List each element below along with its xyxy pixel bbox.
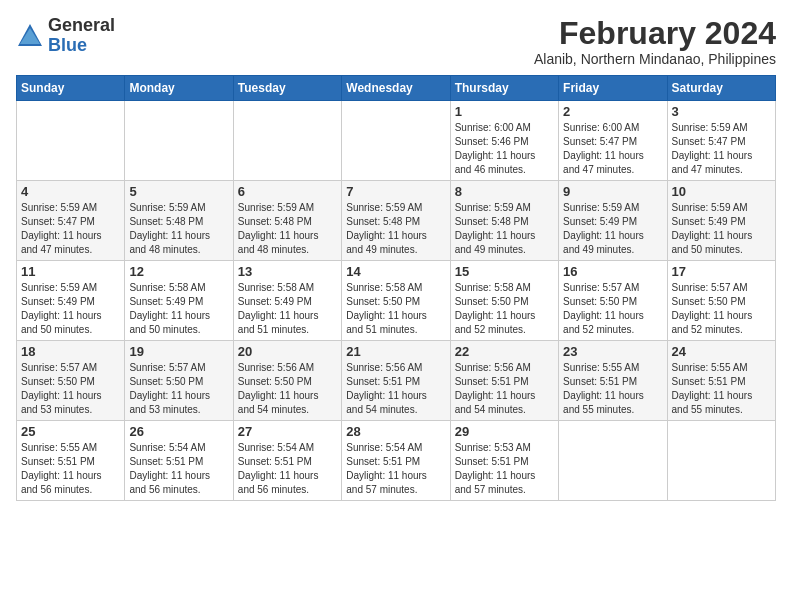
cell-w4d6 — [667, 421, 775, 501]
cell-w2d5: 16Sunrise: 5:57 AM Sunset: 5:50 PM Dayli… — [559, 261, 667, 341]
day-info: Sunrise: 6:00 AM Sunset: 5:46 PM Dayligh… — [455, 121, 554, 177]
day-info: Sunrise: 5:53 AM Sunset: 5:51 PM Dayligh… — [455, 441, 554, 497]
day-number: 14 — [346, 264, 445, 279]
page-header: General Blue February 2024 Alanib, North… — [16, 16, 776, 67]
day-number: 27 — [238, 424, 337, 439]
day-info: Sunrise: 5:57 AM Sunset: 5:50 PM Dayligh… — [21, 361, 120, 417]
logo: General Blue — [16, 16, 115, 56]
day-info: Sunrise: 5:59 AM Sunset: 5:48 PM Dayligh… — [129, 201, 228, 257]
cell-w0d0 — [17, 101, 125, 181]
day-info: Sunrise: 5:57 AM Sunset: 5:50 PM Dayligh… — [672, 281, 771, 337]
day-info: Sunrise: 5:55 AM Sunset: 5:51 PM Dayligh… — [672, 361, 771, 417]
cell-w2d2: 13Sunrise: 5:58 AM Sunset: 5:49 PM Dayli… — [233, 261, 341, 341]
day-number: 1 — [455, 104, 554, 119]
calendar-table: Sunday Monday Tuesday Wednesday Thursday… — [16, 75, 776, 501]
cell-w0d6: 3Sunrise: 5:59 AM Sunset: 5:47 PM Daylig… — [667, 101, 775, 181]
day-info: Sunrise: 5:58 AM Sunset: 5:49 PM Dayligh… — [238, 281, 337, 337]
title-block: February 2024 Alanib, Northern Mindanao,… — [534, 16, 776, 67]
cell-w2d6: 17Sunrise: 5:57 AM Sunset: 5:50 PM Dayli… — [667, 261, 775, 341]
day-number: 12 — [129, 264, 228, 279]
day-number: 22 — [455, 344, 554, 359]
day-number: 5 — [129, 184, 228, 199]
cell-w0d4: 1Sunrise: 6:00 AM Sunset: 5:46 PM Daylig… — [450, 101, 558, 181]
cell-w2d0: 11Sunrise: 5:59 AM Sunset: 5:49 PM Dayli… — [17, 261, 125, 341]
cell-w4d4: 29Sunrise: 5:53 AM Sunset: 5:51 PM Dayli… — [450, 421, 558, 501]
day-info: Sunrise: 5:54 AM Sunset: 5:51 PM Dayligh… — [346, 441, 445, 497]
week-row-2: 11Sunrise: 5:59 AM Sunset: 5:49 PM Dayli… — [17, 261, 776, 341]
cell-w3d6: 24Sunrise: 5:55 AM Sunset: 5:51 PM Dayli… — [667, 341, 775, 421]
day-info: Sunrise: 5:59 AM Sunset: 5:48 PM Dayligh… — [346, 201, 445, 257]
day-info: Sunrise: 5:56 AM Sunset: 5:51 PM Dayligh… — [346, 361, 445, 417]
day-number: 26 — [129, 424, 228, 439]
col-wednesday: Wednesday — [342, 76, 450, 101]
day-info: Sunrise: 5:59 AM Sunset: 5:48 PM Dayligh… — [238, 201, 337, 257]
day-info: Sunrise: 5:58 AM Sunset: 5:50 PM Dayligh… — [346, 281, 445, 337]
day-info: Sunrise: 5:59 AM Sunset: 5:49 PM Dayligh… — [21, 281, 120, 337]
day-info: Sunrise: 5:54 AM Sunset: 5:51 PM Dayligh… — [129, 441, 228, 497]
cell-w4d0: 25Sunrise: 5:55 AM Sunset: 5:51 PM Dayli… — [17, 421, 125, 501]
day-info: Sunrise: 5:58 AM Sunset: 5:50 PM Dayligh… — [455, 281, 554, 337]
cell-w1d2: 6Sunrise: 5:59 AM Sunset: 5:48 PM Daylig… — [233, 181, 341, 261]
day-info: Sunrise: 5:59 AM Sunset: 5:47 PM Dayligh… — [672, 121, 771, 177]
day-info: Sunrise: 5:59 AM Sunset: 5:49 PM Dayligh… — [672, 201, 771, 257]
day-info: Sunrise: 5:55 AM Sunset: 5:51 PM Dayligh… — [21, 441, 120, 497]
logo-text: General Blue — [48, 16, 115, 56]
cell-w3d2: 20Sunrise: 5:56 AM Sunset: 5:50 PM Dayli… — [233, 341, 341, 421]
day-number: 23 — [563, 344, 662, 359]
day-number: 28 — [346, 424, 445, 439]
day-number: 18 — [21, 344, 120, 359]
day-number: 24 — [672, 344, 771, 359]
cell-w3d1: 19Sunrise: 5:57 AM Sunset: 5:50 PM Dayli… — [125, 341, 233, 421]
col-thursday: Thursday — [450, 76, 558, 101]
col-tuesday: Tuesday — [233, 76, 341, 101]
day-number: 9 — [563, 184, 662, 199]
week-row-1: 4Sunrise: 5:59 AM Sunset: 5:47 PM Daylig… — [17, 181, 776, 261]
cell-w3d3: 21Sunrise: 5:56 AM Sunset: 5:51 PM Dayli… — [342, 341, 450, 421]
day-info: Sunrise: 5:57 AM Sunset: 5:50 PM Dayligh… — [129, 361, 228, 417]
day-info: Sunrise: 5:55 AM Sunset: 5:51 PM Dayligh… — [563, 361, 662, 417]
day-info: Sunrise: 5:59 AM Sunset: 5:49 PM Dayligh… — [563, 201, 662, 257]
logo-blue: Blue — [48, 35, 87, 55]
day-info: Sunrise: 5:58 AM Sunset: 5:49 PM Dayligh… — [129, 281, 228, 337]
cell-w0d2 — [233, 101, 341, 181]
day-number: 25 — [21, 424, 120, 439]
day-info: Sunrise: 5:57 AM Sunset: 5:50 PM Dayligh… — [563, 281, 662, 337]
cell-w0d1 — [125, 101, 233, 181]
cell-w2d1: 12Sunrise: 5:58 AM Sunset: 5:49 PM Dayli… — [125, 261, 233, 341]
cell-w4d5 — [559, 421, 667, 501]
day-number: 4 — [21, 184, 120, 199]
day-info: Sunrise: 5:59 AM Sunset: 5:47 PM Dayligh… — [21, 201, 120, 257]
day-info: Sunrise: 6:00 AM Sunset: 5:47 PM Dayligh… — [563, 121, 662, 177]
week-row-4: 25Sunrise: 5:55 AM Sunset: 5:51 PM Dayli… — [17, 421, 776, 501]
day-number: 21 — [346, 344, 445, 359]
day-number: 16 — [563, 264, 662, 279]
logo-icon — [16, 22, 44, 50]
day-number: 3 — [672, 104, 771, 119]
week-row-3: 18Sunrise: 5:57 AM Sunset: 5:50 PM Dayli… — [17, 341, 776, 421]
cell-w4d2: 27Sunrise: 5:54 AM Sunset: 5:51 PM Dayli… — [233, 421, 341, 501]
cell-w1d3: 7Sunrise: 5:59 AM Sunset: 5:48 PM Daylig… — [342, 181, 450, 261]
day-info: Sunrise: 5:59 AM Sunset: 5:48 PM Dayligh… — [455, 201, 554, 257]
cell-w2d3: 14Sunrise: 5:58 AM Sunset: 5:50 PM Dayli… — [342, 261, 450, 341]
day-number: 11 — [21, 264, 120, 279]
day-number: 8 — [455, 184, 554, 199]
header-row: Sunday Monday Tuesday Wednesday Thursday… — [17, 76, 776, 101]
cell-w1d4: 8Sunrise: 5:59 AM Sunset: 5:48 PM Daylig… — [450, 181, 558, 261]
day-info: Sunrise: 5:54 AM Sunset: 5:51 PM Dayligh… — [238, 441, 337, 497]
day-number: 17 — [672, 264, 771, 279]
cell-w1d1: 5Sunrise: 5:59 AM Sunset: 5:48 PM Daylig… — [125, 181, 233, 261]
cell-w3d4: 22Sunrise: 5:56 AM Sunset: 5:51 PM Dayli… — [450, 341, 558, 421]
day-number: 7 — [346, 184, 445, 199]
cell-w2d4: 15Sunrise: 5:58 AM Sunset: 5:50 PM Dayli… — [450, 261, 558, 341]
col-saturday: Saturday — [667, 76, 775, 101]
cell-w4d1: 26Sunrise: 5:54 AM Sunset: 5:51 PM Dayli… — [125, 421, 233, 501]
col-friday: Friday — [559, 76, 667, 101]
col-sunday: Sunday — [17, 76, 125, 101]
cell-w1d0: 4Sunrise: 5:59 AM Sunset: 5:47 PM Daylig… — [17, 181, 125, 261]
cell-w0d5: 2Sunrise: 6:00 AM Sunset: 5:47 PM Daylig… — [559, 101, 667, 181]
day-number: 29 — [455, 424, 554, 439]
month-year: February 2024 — [534, 16, 776, 51]
day-info: Sunrise: 5:56 AM Sunset: 5:51 PM Dayligh… — [455, 361, 554, 417]
day-number: 2 — [563, 104, 662, 119]
week-row-0: 1Sunrise: 6:00 AM Sunset: 5:46 PM Daylig… — [17, 101, 776, 181]
